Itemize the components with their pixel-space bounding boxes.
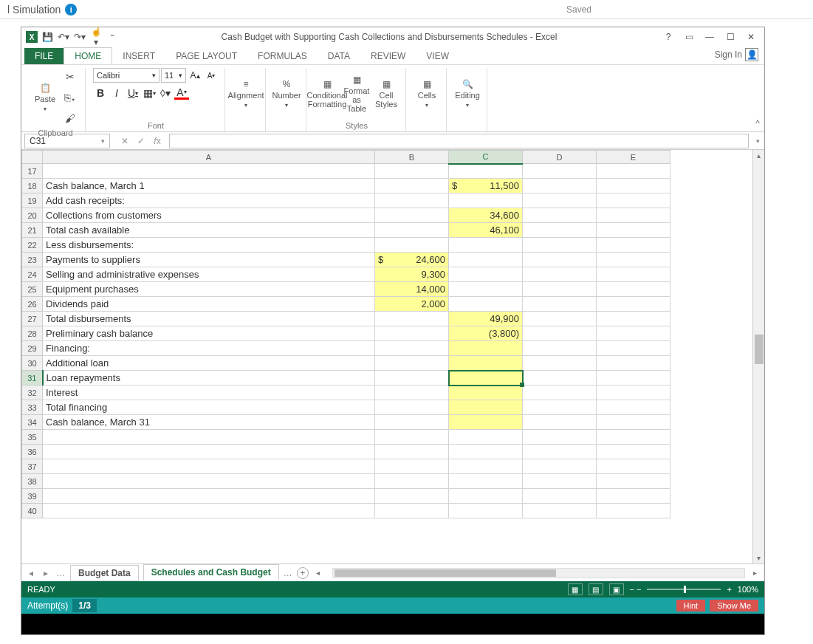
vertical-scrollbar[interactable]: ▴ ▾ <box>752 150 764 564</box>
cell-C35[interactable] <box>449 430 523 445</box>
view-normal-icon[interactable]: ▦ <box>568 583 583 595</box>
cell-E23[interactable] <box>597 253 670 267</box>
cell-E27[interactable] <box>597 312 670 326</box>
cell-A21[interactable]: Total cash available <box>43 223 375 238</box>
cell-D22[interactable] <box>523 238 597 253</box>
cell-A23[interactable]: Payments to suppliers <box>43 253 375 267</box>
cell-C24[interactable] <box>449 267 523 282</box>
sign-in-button[interactable]: Sign In 👤 <box>709 45 764 64</box>
cell-B29[interactable] <box>375 341 449 356</box>
cell-B18[interactable] <box>375 179 449 193</box>
zoom-level[interactable]: 100% <box>738 585 758 594</box>
cell-C30[interactable] <box>449 356 523 371</box>
tab-file[interactable]: FILE <box>24 48 64 64</box>
number-button[interactable]: %Number▾ <box>273 78 300 109</box>
cell-A22[interactable]: Less disbursements: <box>43 238 375 253</box>
cell-A24[interactable]: Selling and administrative expenses <box>43 267 375 282</box>
cell-A31[interactable]: Loan repayments <box>43 371 375 386</box>
cell-D30[interactable] <box>523 356 597 371</box>
cell-B38[interactable] <box>375 474 449 489</box>
collapse-ribbon-icon[interactable]: ^ <box>755 118 760 129</box>
cell-A33[interactable]: Total financing <box>43 400 375 415</box>
row-header-37[interactable]: 37 <box>22 459 43 474</box>
cell-D19[interactable] <box>523 193 597 208</box>
cell-A29[interactable]: Financing: <box>43 341 375 356</box>
format-painter-icon[interactable]: 🖌 <box>61 109 79 127</box>
row-header-20[interactable]: 20 <box>22 208 43 223</box>
cell-A27[interactable]: Total disbursements <box>43 312 375 326</box>
shrink-font-icon[interactable]: A▾ <box>204 68 219 83</box>
cell-E34[interactable] <box>597 415 670 430</box>
cell-C32[interactable] <box>449 386 523 400</box>
cell-B34[interactable] <box>375 415 449 430</box>
cell-B39[interactable] <box>375 489 449 504</box>
cell-B26[interactable]: 2,000 <box>375 297 449 312</box>
cell-A18[interactable]: Cash balance, March 1 <box>43 179 375 193</box>
italic-button[interactable]: I <box>109 86 124 100</box>
cell-C39[interactable] <box>449 489 523 504</box>
cell-A38[interactable] <box>43 474 375 489</box>
bold-button[interactable]: B <box>93 86 108 100</box>
tab-home[interactable]: HOME <box>64 47 112 64</box>
col-header-B[interactable]: B <box>375 151 449 164</box>
tab-data[interactable]: DATA <box>318 48 360 64</box>
row-header-24[interactable]: 24 <box>22 267 43 282</box>
cell-A32[interactable]: Interest <box>43 386 375 400</box>
cell-E31[interactable] <box>597 371 670 386</box>
zoom-out-icon[interactable]: − − <box>630 585 642 594</box>
col-header-A[interactable]: A <box>43 151 375 164</box>
cell-E33[interactable] <box>597 400 670 415</box>
row-header-19[interactable]: 19 <box>22 193 43 208</box>
cell-C22[interactable] <box>449 238 523 253</box>
cell-styles-button[interactable]: ▦Cell Styles <box>373 78 399 109</box>
cell-B25[interactable]: 14,000 <box>375 282 449 297</box>
row-header-27[interactable]: 27 <box>22 312 43 326</box>
add-sheet-icon[interactable]: + <box>297 567 309 579</box>
cell-E26[interactable] <box>597 297 670 312</box>
cell-B17[interactable] <box>375 164 449 179</box>
row-header-40[interactable]: 40 <box>22 504 43 518</box>
cell-E38[interactable] <box>597 474 670 489</box>
cell-E24[interactable] <box>597 267 670 282</box>
row-header-28[interactable]: 28 <box>22 326 43 341</box>
cell-E25[interactable] <box>597 282 670 297</box>
cell-D26[interactable] <box>523 297 597 312</box>
close-icon[interactable]: ✕ <box>742 32 760 42</box>
fill-color-icon[interactable]: ◊▾ <box>158 86 173 100</box>
row-header-31[interactable]: 31 <box>22 371 43 386</box>
view-page-layout-icon[interactable]: ▤ <box>589 583 603 595</box>
cell-E30[interactable] <box>597 356 670 371</box>
cell-A26[interactable]: Dividends paid <box>43 297 375 312</box>
cell-E20[interactable] <box>597 208 670 223</box>
cell-E19[interactable] <box>597 193 670 208</box>
cell-D34[interactable] <box>523 415 597 430</box>
tab-review[interactable]: REVIEW <box>360 48 416 64</box>
sheet-nav-next-icon[interactable]: ▸ <box>41 568 51 578</box>
cell-A40[interactable] <box>43 504 375 518</box>
cell-C17[interactable] <box>449 164 523 179</box>
view-page-break-icon[interactable]: ▣ <box>609 583 624 595</box>
sheet-nav-prev-icon[interactable]: ◂ <box>26 568 36 578</box>
col-header-E[interactable]: E <box>597 151 670 164</box>
cell-B33[interactable] <box>375 400 449 415</box>
cell-B23[interactable]: $24,600 <box>375 253 449 267</box>
cell-C26[interactable] <box>449 297 523 312</box>
cell-A37[interactable] <box>43 459 375 474</box>
cell-D31[interactable] <box>523 371 597 386</box>
cell-B28[interactable] <box>375 326 449 341</box>
scroll-thumb[interactable] <box>755 335 764 364</box>
copy-icon[interactable]: ⎘▾ <box>61 89 79 106</box>
cell-D18[interactable] <box>523 179 597 193</box>
cell-C33[interactable] <box>449 400 523 415</box>
cell-C38[interactable] <box>449 474 523 489</box>
grow-font-icon[interactable]: A▴ <box>188 68 202 83</box>
cell-E28[interactable] <box>597 326 670 341</box>
zoom-slider[interactable] <box>647 589 721 590</box>
cell-D35[interactable] <box>523 430 597 445</box>
row-header-33[interactable]: 33 <box>22 400 43 415</box>
cell-C37[interactable] <box>449 459 523 474</box>
cell-C27[interactable]: 49,900 <box>449 312 523 326</box>
cell-C19[interactable] <box>449 193 523 208</box>
paste-button[interactable]: 📋 Paste ▾ <box>32 82 58 113</box>
col-header-C[interactable]: C <box>449 151 523 164</box>
